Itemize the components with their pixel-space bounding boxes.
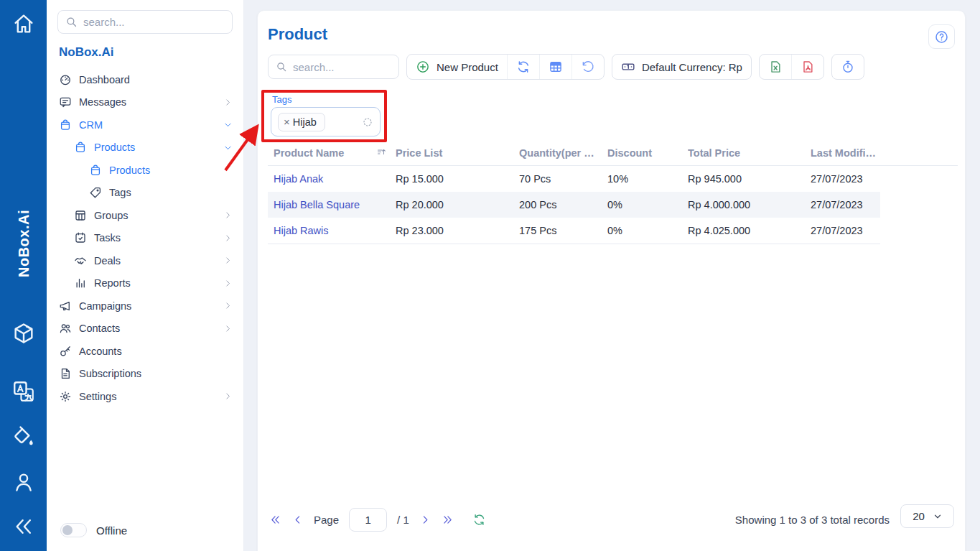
plus-circle-icon: [416, 60, 430, 74]
product-search[interactable]: [268, 55, 399, 79]
home-icon[interactable]: [11, 11, 36, 36]
table-cell: 27/07/2023: [811, 173, 880, 185]
refresh-button[interactable]: [507, 55, 539, 79]
excel-export-icon: [768, 60, 783, 74]
column-label: Last Modifi…: [811, 147, 876, 159]
bag-icon: [59, 119, 72, 131]
previous-page-icon[interactable]: [291, 514, 304, 526]
sidebar-item-label: Dashboard: [79, 74, 130, 85]
reload-table-icon[interactable]: [472, 513, 486, 527]
chevron-right-icon[interactable]: [223, 98, 233, 107]
chevron-right-icon[interactable]: [223, 210, 233, 220]
help-icon: [934, 29, 949, 45]
chevron-right-icon[interactable]: [223, 256, 233, 265]
table-cell: Rp 23.000: [396, 225, 519, 236]
sidebar-item-groups[interactable]: Groups: [47, 204, 243, 227]
column-label: Price List: [396, 147, 442, 159]
tags-filter-label: Tags: [272, 94, 384, 105]
chevron-right-icon[interactable]: [223, 324, 233, 333]
column-header-total-price: Total Price: [688, 147, 811, 159]
default-currency-button[interactable]: Default Currency: Rp: [612, 55, 751, 79]
sidebar-item-label: Products: [94, 142, 135, 153]
sidebar-item-settings[interactable]: Settings: [47, 385, 243, 408]
sort-icon[interactable]: [376, 147, 387, 159]
product-search-input[interactable]: [293, 61, 391, 73]
product-link[interactable]: Hijab Rawis: [274, 225, 396, 236]
table-body: Hijab AnakRp 15.00070 Pcs10%Rp 945.00027…: [268, 166, 880, 244]
undo-button[interactable]: [571, 55, 604, 79]
sidebar-item-crm[interactable]: CRM: [47, 114, 243, 136]
page-label: Page: [314, 514, 339, 526]
brand-cube-icon[interactable]: [11, 321, 36, 346]
table-cell: 0%: [607, 199, 688, 210]
chevron-right-icon[interactable]: [223, 233, 233, 243]
paint-theme-icon[interactable]: [11, 425, 36, 449]
chevron-right-icon[interactable]: [223, 301, 233, 310]
table-view-button[interactable]: [539, 55, 571, 79]
export-group: [759, 54, 824, 80]
sidebar-item-contacts[interactable]: Contacts: [47, 318, 243, 341]
subscriptions-icon: [59, 367, 72, 380]
chevron-down-icon[interactable]: [223, 120, 233, 129]
sidebar-item-campaigns[interactable]: Campaigns: [47, 295, 243, 318]
chevron-right-icon[interactable]: [223, 279, 233, 288]
sidebar-item-dashboard[interactable]: Dashboard: [47, 68, 243, 91]
table-cell: 0%: [607, 225, 688, 236]
toolbar: New Product Default Currency: Rp: [268, 54, 864, 80]
page-number-input[interactable]: [349, 508, 387, 532]
column-header-last-modifi-: Last Modifi…: [811, 147, 880, 159]
translate-icon[interactable]: [11, 379, 36, 404]
sidebar-search-input[interactable]: [83, 16, 225, 28]
product-link[interactable]: Hijab Anak: [274, 173, 396, 185]
offline-toggle[interactable]: [60, 523, 87, 537]
groups-icon: [74, 209, 87, 222]
last-page-icon[interactable]: [442, 514, 454, 526]
table-cell: 10%: [607, 173, 688, 185]
table-cell: Rp 4.025.000: [688, 225, 811, 236]
rail-brand-text: NoBox.Ai: [15, 210, 32, 277]
column-label: Quantity(per …: [519, 147, 594, 159]
stopwatch-button[interactable]: [832, 55, 864, 79]
chevron-right-icon[interactable]: [223, 392, 233, 401]
sidebar-item-reports[interactable]: Reports: [47, 272, 243, 295]
settings-icon: [59, 390, 72, 403]
bag-icon: [89, 164, 102, 177]
product-page-card: Product New Product Default Currency: Rp: [257, 10, 966, 551]
table-row[interactable]: Hijab RawisRp 23.000175 Pcs0%Rp 4.025.00…: [268, 218, 880, 244]
column-header-product-name[interactable]: Product Name: [274, 147, 396, 159]
table-row[interactable]: Hijab AnakRp 15.00070 Pcs10%Rp 945.00027…: [268, 166, 880, 192]
sidebar-item-messages[interactable]: Messages: [47, 91, 243, 114]
currency-group: Default Currency: Rp: [612, 54, 752, 80]
remove-tag-icon[interactable]: ×: [284, 116, 290, 127]
collapse-sidebar-icon[interactable]: [11, 514, 36, 539]
sidebar-item-subscriptions[interactable]: Subscriptions: [47, 363, 243, 386]
sidebar-item-products[interactable]: Products: [47, 136, 243, 159]
column-label: Product Name: [274, 147, 344, 159]
offline-label: Offline: [96, 524, 127, 537]
table-row[interactable]: Hijab Bella SquareRp 20.000200 Pcs0%Rp 4…: [268, 192, 880, 218]
first-page-icon[interactable]: [269, 514, 281, 526]
new-product-button[interactable]: New Product: [407, 55, 507, 79]
product-link[interactable]: Hijab Bella Square: [274, 199, 396, 210]
profile-icon[interactable]: [11, 470, 36, 494]
campaigns-icon: [59, 300, 72, 312]
sidebar-search[interactable]: [57, 10, 233, 34]
table-cell: 200 Pcs: [519, 199, 607, 210]
sidebar-item-tags[interactable]: Tags: [47, 182, 243, 205]
export-pdf-button[interactable]: [791, 55, 823, 79]
help-button[interactable]: [928, 24, 955, 49]
messages-icon: [59, 96, 72, 108]
search-icon: [65, 16, 78, 28]
sidebar-item-deals[interactable]: Deals: [47, 249, 243, 272]
sidebar-item-products[interactable]: Products: [47, 159, 243, 182]
total-pages-label: / 1: [397, 514, 409, 526]
tags-filter-input[interactable]: × Hijab: [271, 107, 381, 136]
export-excel-button[interactable]: [760, 55, 791, 79]
sidebar-item-tasks[interactable]: Tasks: [47, 227, 243, 250]
sidebar-item-accounts[interactable]: Accounts: [47, 340, 243, 363]
page-size-select[interactable]: 20: [900, 504, 954, 528]
chevron-down-icon[interactable]: [223, 143, 233, 152]
tag-chip[interactable]: × Hijab: [278, 113, 325, 131]
next-page-icon[interactable]: [419, 514, 431, 526]
tag-icon: [89, 186, 102, 199]
